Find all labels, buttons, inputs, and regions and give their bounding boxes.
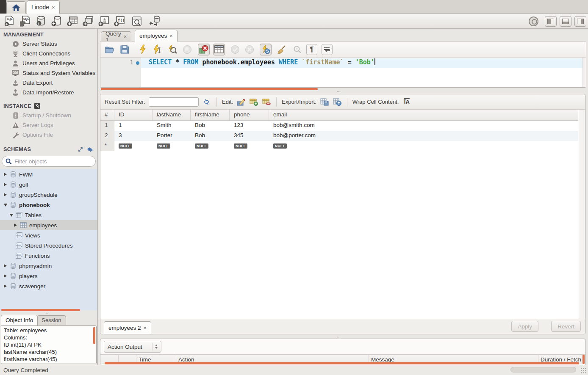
new-sql-tab-icon[interactable]: SQL (4, 16, 15, 27)
chevron-right-icon[interactable] (3, 264, 8, 267)
tree-item-views[interactable]: Views (0, 230, 97, 240)
cell-id[interactable]: 1 (114, 121, 153, 131)
sidebar-item-server-status[interactable]: Server Status (0, 39, 97, 49)
apply-button[interactable]: Apply (511, 321, 538, 332)
show-invisibles-icon[interactable]: ¶ (306, 44, 317, 55)
home-tab[interactable] (6, 1, 26, 14)
table-row[interactable]: 2 3 Porter Bob 345 bob@porter.com (100, 131, 578, 141)
chevron-right-icon[interactable] (3, 183, 8, 186)
connection-tab-linode[interactable]: Linode × (27, 0, 60, 14)
tree-item-schema[interactable]: groupSchedule (0, 190, 97, 200)
result-tab-employees-2[interactable]: employees 2 × (104, 321, 151, 334)
tree-item-stored-procedures[interactable]: Stored Procedures (0, 240, 97, 251)
create-schema-icon[interactable] (51, 16, 62, 27)
toggle-bottom-panel-button[interactable] (560, 16, 571, 27)
toggle-right-panel-button[interactable] (574, 16, 586, 27)
editor-hscrollbar[interactable] (101, 88, 318, 90)
output-col-time[interactable]: Time (139, 356, 151, 363)
add-row-icon[interactable] (249, 98, 258, 106)
tree-item-table-employees[interactable]: employees (0, 220, 97, 230)
cell-null[interactable]: NULL (114, 141, 153, 151)
sidebar-item-client-connections[interactable]: Client Connections (0, 49, 97, 58)
revert-button[interactable]: Revert (551, 321, 581, 332)
sidebar-item-options-file[interactable]: Options File (0, 130, 97, 140)
toggle-stop-on-error-icon[interactable] (198, 44, 210, 55)
table-row[interactable]: 1 1 Smith Bob 123 bob@smith.com (100, 121, 578, 131)
close-icon[interactable]: × (124, 33, 127, 40)
open-script-icon[interactable] (105, 44, 115, 55)
cell-email[interactable]: bob@smith.com (269, 121, 578, 131)
wrap-text-icon[interactable] (322, 44, 333, 55)
schema-filter-box[interactable] (2, 156, 96, 167)
save-script-icon[interactable] (119, 44, 130, 55)
sidebar-item-startup-shutdown[interactable]: Startup / Shutdown (0, 110, 97, 120)
reconnect-dbms-icon[interactable] (149, 16, 160, 27)
chevron-down-icon[interactable] (3, 204, 8, 207)
admin-dashboard-icon[interactable] (529, 17, 538, 26)
tree-item-schema[interactable]: scavenger (0, 281, 97, 291)
sidebar-item-data-import[interactable]: Data Import/Restore (0, 88, 97, 97)
tree-item-schema[interactable]: phpmyadmin (0, 261, 97, 271)
cell-null[interactable]: NULL (269, 141, 578, 151)
create-table-icon[interactable] (67, 16, 78, 27)
statusbar-scroll-thumb[interactable] (510, 367, 576, 372)
chevron-down-icon[interactable] (8, 214, 14, 217)
tree-item-schema[interactable]: players (0, 271, 97, 281)
toggle-limit-rows-icon[interactable] (213, 44, 225, 55)
tab-session[interactable]: Session (37, 315, 66, 325)
schema-filter-input[interactable] (14, 158, 82, 165)
cell-firstname[interactable]: Bob (191, 121, 230, 131)
toggle-autocommit-icon[interactable] (260, 44, 272, 55)
sidebar-item-users-privileges[interactable]: Users and Privileges (0, 58, 97, 68)
create-function-icon[interactable]: f() (114, 16, 125, 27)
export-recordset-icon[interactable] (320, 98, 329, 106)
cell-lastname[interactable]: Porter (153, 131, 191, 141)
execute-statement-icon[interactable] (138, 44, 148, 55)
chevron-right-icon[interactable] (3, 284, 8, 288)
open-sql-script-icon[interactable]: SQL (20, 16, 31, 27)
column-header-rownum[interactable]: # (100, 110, 114, 120)
sidebar-item-system-variables[interactable]: Status and System Variables (0, 68, 97, 78)
toggle-left-panel-button[interactable] (545, 16, 557, 27)
chevron-right-icon[interactable] (3, 173, 8, 176)
resize-grip-icon[interactable] (580, 367, 586, 373)
column-header-email[interactable]: email (269, 110, 578, 120)
sql-text[interactable]: SELECT * FROM phonebook.employees WHERE … (149, 58, 375, 66)
cell-firstname[interactable]: Bob (191, 131, 230, 141)
cell-id[interactable]: 3 (114, 131, 153, 141)
output-vscrollbar[interactable] (582, 355, 585, 364)
tree-item-schema[interactable]: FWM (0, 169, 97, 179)
import-recordset-icon[interactable] (333, 98, 342, 106)
delete-row-icon[interactable] (262, 98, 271, 106)
create-view-icon[interactable] (83, 16, 94, 27)
table-row-new[interactable]: * NULL NULL NULL NULL NULL (100, 141, 578, 151)
column-header-lastname[interactable]: lastName (153, 110, 191, 120)
close-icon[interactable]: × (144, 325, 147, 331)
edit-cell-icon[interactable] (236, 98, 246, 106)
sidebar-hscrollbar[interactable] (1, 309, 80, 311)
expand-schemas-icon[interactable]: ⤢ (78, 146, 83, 153)
splitter-handle[interactable]: ⋯ (337, 89, 341, 94)
refresh-schemas-icon[interactable] (87, 147, 93, 152)
cell-lastname[interactable]: Smith (153, 121, 191, 131)
output-type-select[interactable]: Action Output (104, 341, 161, 353)
output-col-duration[interactable]: Duration / Fetch (541, 356, 581, 363)
chevron-right-icon[interactable] (3, 193, 8, 196)
wrap-cell-content-icon[interactable]: ĪA (402, 98, 411, 106)
tree-item-schema[interactable]: golf (0, 179, 97, 190)
column-header-firstname[interactable]: firstName (191, 110, 230, 120)
tab-query-1[interactable]: Query 1 × (101, 31, 131, 41)
cell-phone[interactable]: 345 (230, 131, 269, 141)
sidebar-item-server-logs[interactable]: Server Logs (0, 120, 97, 130)
close-icon[interactable]: × (169, 33, 173, 39)
sql-editor-body[interactable]: 1 SELECT * FROM phonebook.employees WHER… (100, 58, 586, 88)
cell-phone[interactable]: 123 (230, 121, 269, 131)
tab-employees[interactable]: employees × (135, 30, 178, 41)
result-grid-vscrollbar[interactable] (579, 110, 585, 319)
cell-null[interactable]: NULL (191, 141, 230, 151)
output-col-message[interactable]: Message (371, 356, 394, 363)
cell-null[interactable]: NULL (153, 141, 191, 151)
tree-item-tables[interactable]: Tables (0, 210, 97, 220)
output-col-action[interactable]: Action (178, 356, 194, 363)
column-header-phone[interactable]: phone (230, 110, 269, 120)
